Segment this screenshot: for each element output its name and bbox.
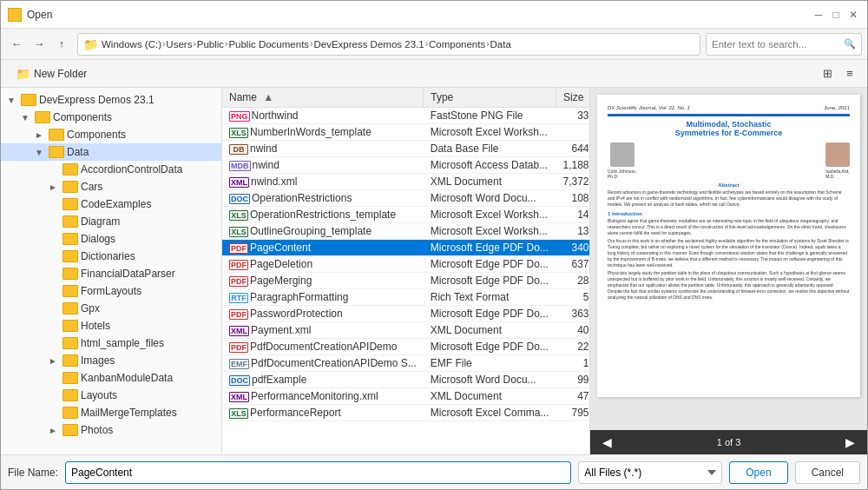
file-size-cell: 22 KB xyxy=(556,339,589,355)
sidebar-label-components: Components xyxy=(67,129,218,141)
preview-avatar-right xyxy=(825,142,850,167)
folder-htmlsamplefiles-icon xyxy=(62,337,78,349)
sidebar-item-htmlsamplefiles[interactable]: html_sample_files xyxy=(1,334,221,352)
toggle-photos[interactable]: ► xyxy=(46,423,60,437)
table-row[interactable]: MDBnwind Microsoft Access Datab... 1,188… xyxy=(222,157,589,174)
table-row[interactable]: XLSNumberInWords_template Microsoft Exce… xyxy=(222,124,589,141)
address-part-6[interactable]: Data xyxy=(490,39,511,50)
sidebar-item-accordioncontroldata[interactable]: AccordionControlData xyxy=(1,161,221,178)
address-part-1[interactable]: Users xyxy=(166,39,192,50)
table-row[interactable]: XMLPerformanceMonitoring.xml XML Documen… xyxy=(222,388,589,405)
table-row[interactable]: XLSOperationRestrictions_template Micros… xyxy=(222,207,589,223)
sidebar-item-mailmergetemplates[interactable]: MailMergeTemplates xyxy=(1,404,221,421)
preview-prev-button[interactable]: ◀ xyxy=(597,434,617,451)
sidebar-item-codeexamples[interactable]: CodeExamples xyxy=(1,195,221,213)
folder-photos-icon xyxy=(62,424,78,436)
folder-gpx-icon xyxy=(62,302,78,315)
maximize-button[interactable]: □ xyxy=(829,8,843,22)
address-part-3[interactable]: Public Documents xyxy=(228,39,309,50)
address-part-2[interactable]: Public xyxy=(197,39,224,50)
toggle-devexpress[interactable]: ▼ xyxy=(4,93,18,107)
col-header-size[interactable]: Size xyxy=(556,88,589,108)
view-toggle-button[interactable]: ⊞ xyxy=(817,63,838,84)
address-bar[interactable]: 📁 Windows (C:) › Users › Public › Public… xyxy=(77,33,700,56)
sidebar-item-dialogs[interactable]: Dialogs xyxy=(1,230,221,248)
col-header-name[interactable]: Name ▲ xyxy=(222,88,424,108)
toggle-components[interactable]: ► xyxy=(32,128,46,142)
file-size-cell: 13 KB xyxy=(556,223,589,240)
toggle-cars[interactable]: ► xyxy=(46,180,60,194)
sidebar-item-financialdataparser[interactable]: FinancialDataParser xyxy=(1,265,221,282)
table-row[interactable]: XLSOutlineGrouping_template Microsoft Ex… xyxy=(222,223,589,240)
cancel-button[interactable]: Cancel xyxy=(795,461,860,484)
filename-input[interactable] xyxy=(65,461,571,484)
preview-date: June, 2021 xyxy=(824,105,850,110)
toggle-components-root[interactable]: ▼ xyxy=(18,110,32,124)
search-box[interactable]: 🔍 xyxy=(706,33,862,56)
file-size-cell: 7,372 KB xyxy=(556,174,589,190)
table-row[interactable]: XMLnwind.xml XML Document 7,372 KB xyxy=(222,174,589,190)
preview-page-info: 1 of 3 xyxy=(717,437,741,447)
table-row[interactable]: PDFPageDeletion Microsoft Edge PDF Do...… xyxy=(222,256,589,273)
sidebar-item-gpx[interactable]: Gpx xyxy=(1,300,221,317)
close-button[interactable]: ✕ xyxy=(846,8,860,22)
back-button[interactable]: ← xyxy=(6,34,27,55)
table-row[interactable]: PNGNorthwind FastStone PNG File 33 KB xyxy=(222,108,589,124)
file-name-cell: PDFPageDeletion xyxy=(222,256,424,273)
table-row[interactable]: PDFPageContent Microsoft Edge PDF Do... … xyxy=(222,240,589,256)
file-table-header: Name ▲ Type Size xyxy=(222,88,589,108)
sidebar-item-devexpress[interactable]: ▼ DevExpress Demos 23.1 xyxy=(1,91,221,109)
table-row[interactable]: DBnwind Data Base File 644 KB xyxy=(222,141,589,157)
sidebar-item-diagram[interactable]: Diagram xyxy=(1,213,221,230)
folder-financialdataparser-icon xyxy=(62,268,78,280)
open-button[interactable]: Open xyxy=(729,461,787,484)
address-part-0[interactable]: Windows (C:) xyxy=(102,39,161,50)
sidebar-item-hotels[interactable]: Hotels xyxy=(1,317,221,334)
toggle-images[interactable]: ► xyxy=(46,354,60,368)
address-part-5[interactable]: Components xyxy=(429,39,485,50)
sidebar-item-components[interactable]: ► Components xyxy=(1,126,221,143)
file-name-cell: EMFPdfDocumentCreationAPIDemo S... xyxy=(222,355,424,372)
search-input[interactable] xyxy=(712,39,844,50)
toggle-data[interactable]: ▼ xyxy=(32,145,46,159)
sidebar-item-formlayouts[interactable]: FormLayouts xyxy=(1,282,221,300)
new-folder-button[interactable]: 📁 New Folder xyxy=(8,63,95,84)
table-row[interactable]: PDFPageMerging Microsoft Edge PDF Do... … xyxy=(222,273,589,289)
table-row[interactable]: RTFParagraphFormatting Rich Text Format … xyxy=(222,289,589,306)
file-name-cell: XLSOutlineGrouping_template xyxy=(222,223,424,240)
minimize-button[interactable]: ─ xyxy=(812,8,825,22)
sidebar-item-photos[interactable]: ► Photos xyxy=(1,421,221,439)
sidebar-item-data[interactable]: ▼ Data xyxy=(1,143,221,161)
up-button[interactable]: ↑ xyxy=(51,34,72,55)
forward-button[interactable]: → xyxy=(29,34,49,55)
folder-dialogs-icon xyxy=(62,233,78,245)
preview-abstract-title: Abstract xyxy=(608,182,850,188)
address-part-4[interactable]: DevExpress Demos 23.1 xyxy=(313,39,424,50)
table-row[interactable]: DOCpdfExample Microsoft Word Docu... 99 … xyxy=(222,372,589,388)
folder-formlayouts-icon xyxy=(62,285,78,297)
table-row[interactable]: PDFPdfDocumentCreationAPIDemo Microsoft … xyxy=(222,339,589,355)
sidebar-label-layouts: Layouts xyxy=(81,389,218,401)
new-folder-label: New Folder xyxy=(34,68,87,80)
table-row[interactable]: PDFPasswordProtection Microsoft Edge PDF… xyxy=(222,306,589,322)
preview-authors: Colin Johnson,Ph.D. Isabella Artt,M.D. xyxy=(608,142,850,179)
table-row[interactable]: DOCOperationRestrictions Microsoft Word … xyxy=(222,190,589,207)
table-row[interactable]: EMFPdfDocumentCreationAPIDemo S... EMF F… xyxy=(222,355,589,372)
file-type-icon: PNG xyxy=(229,111,250,122)
col-header-type[interactable]: Type xyxy=(424,88,556,108)
filetype-select[interactable]: All Files (*.*) PDF Files (*.pdf) Word D… xyxy=(578,461,722,484)
sidebar-item-images[interactable]: ► Images xyxy=(1,352,221,369)
table-row[interactable]: XLSPerformanceReport Microsoft Excel Com… xyxy=(222,405,589,421)
sidebar-item-components-root[interactable]: ▼ Components xyxy=(1,109,221,126)
sidebar-item-cars[interactable]: ► Cars xyxy=(1,178,221,195)
preview-next-button[interactable]: ▶ xyxy=(840,434,860,451)
sidebar-item-dictionaries[interactable]: Dictionaries xyxy=(1,248,221,265)
preview-avatar-left xyxy=(610,142,635,167)
folder-codeexamples-icon xyxy=(62,198,78,210)
sidebar-item-layouts[interactable]: Layouts xyxy=(1,387,221,404)
folder-hotels-icon xyxy=(62,320,78,332)
view-list-button[interactable]: ≡ xyxy=(839,63,860,84)
table-row[interactable]: XMLPayment.xml XML Document 40 KB xyxy=(222,322,589,339)
sidebar-item-kanbanmoduledata[interactable]: KanbanModuleData xyxy=(1,369,221,387)
sidebar-label-data: Data xyxy=(67,146,218,158)
